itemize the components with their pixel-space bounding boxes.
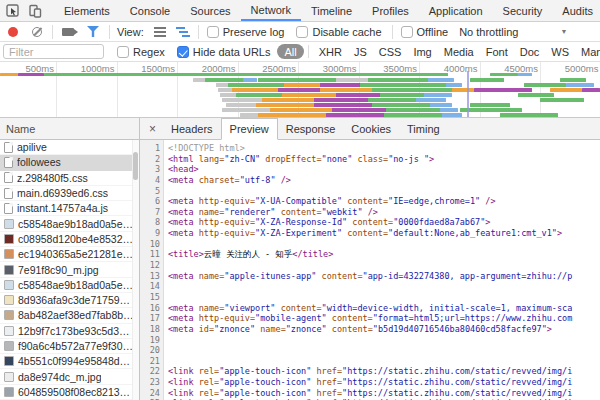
waterfall-bar (384, 113, 444, 117)
code-line: <!DOCTYPE html> (168, 143, 600, 154)
scrollbar-thumb[interactable] (133, 152, 138, 180)
request-row[interactable]: ec1940365a5e21281ee71856... (0, 247, 139, 262)
request-row[interactable]: 8ab482aef38ed7fab8bd4314... (0, 308, 139, 323)
code-line: <meta http-equiv="X-ZA-Response-Id" cont… (168, 217, 600, 228)
type-filter-xhr[interactable]: XHR (313, 45, 348, 59)
waterfall-bar (44, 73, 448, 76)
request-row[interactable]: 12b9f7c173be93c5d35fea2d... (0, 324, 139, 339)
type-filter-ws[interactable]: WS (545, 45, 575, 59)
request-row[interactable]: main.d6939ed6.css (0, 186, 139, 201)
name-column-header[interactable]: Name (0, 118, 139, 140)
request-row[interactable]: c58548ae9b18ad0a5e79fe4e... (0, 278, 139, 293)
image-thumbnail-icon (4, 249, 14, 259)
screenshot-capture-icon[interactable] (62, 28, 74, 36)
detail-tab-response[interactable]: Response (278, 118, 344, 139)
tab-application[interactable]: Application (419, 0, 493, 21)
code-line: <link rel="apple-touch-icon" href="https… (168, 366, 600, 377)
tab-security[interactable]: Security (493, 0, 553, 21)
scrollbar[interactable] (132, 140, 139, 400)
waterfall-bar (500, 113, 558, 117)
tab-profiles[interactable]: Profiles (362, 0, 419, 21)
type-filter-img[interactable]: Img (407, 45, 437, 59)
waterfall-bar (540, 98, 584, 102)
inspect-element-icon[interactable] (6, 4, 20, 18)
line-number: 12 (140, 260, 160, 271)
large-rows-view-icon[interactable] (154, 27, 166, 37)
request-name: 8d936afa9c3de7175958fae5... (18, 294, 135, 306)
filter-toggle-icon[interactable] (87, 26, 99, 37)
waterfall-bar (416, 98, 446, 102)
request-row[interactable]: 8d936afa9c3de7175958fae5... (0, 293, 139, 308)
checkbox-box[interactable] (401, 26, 413, 38)
panel-tabs: ElementsConsoleSourcesNetworkTimelinePro… (54, 0, 600, 21)
request-row[interactable]: 7e91f8c90_m.jpg (0, 262, 139, 277)
waterfall-bar (430, 103, 452, 107)
type-filter-doc[interactable]: Doc (514, 45, 546, 59)
detail-tab-headers[interactable]: Headers (163, 118, 221, 139)
request-row[interactable]: apilive (0, 140, 139, 155)
request-row[interactable]: instant.14757a4a.js (0, 201, 139, 216)
waterfall-bar (222, 108, 272, 112)
image-thumbnail-icon (4, 356, 14, 366)
request-row[interactable]: c58548ae9b18ad0a5e79fe4e... (0, 216, 139, 231)
type-filter-all[interactable]: All (277, 44, 303, 59)
request-row[interactable]: 4b551c0f994e95848d0dda09... (0, 354, 139, 369)
tab-audits[interactable]: Audits (552, 0, 600, 21)
device-toolbar-icon[interactable] (28, 4, 42, 18)
request-name: z.298480f5.css (17, 172, 88, 184)
clear-button[interactable] (32, 27, 42, 37)
checkbox-box[interactable] (177, 46, 189, 58)
waterfall-bar (474, 88, 532, 92)
preserve-log-checkbox[interactable]: Preserve log (207, 26, 285, 38)
chevron-down-icon: ▼ (560, 28, 567, 35)
checkbox-box[interactable] (296, 26, 308, 38)
type-filter-css[interactable]: CSS (373, 45, 408, 59)
type-filter-font[interactable]: Font (480, 45, 514, 59)
divider (52, 25, 53, 39)
type-filter-manifest[interactable]: Manifest (575, 45, 600, 59)
tab-network[interactable]: Network (241, 0, 301, 21)
waterfall-bar (490, 73, 518, 76)
type-filter-js[interactable]: JS (348, 45, 373, 59)
request-row[interactable]: da8e974dc_m.jpg (0, 369, 139, 384)
disable-cache-checkbox[interactable]: Disable cache (296, 26, 381, 38)
network-overview[interactable]: 500ms1000ms1500ms2000ms2500ms3000ms3500m… (0, 62, 600, 118)
close-detail-icon[interactable]: × (142, 118, 163, 139)
checkbox-box[interactable] (117, 46, 129, 58)
throttling-select[interactable]: No throttling ▼ (459, 26, 567, 38)
regex-checkbox[interactable]: Regex (117, 46, 165, 58)
waterfall-bar (368, 78, 430, 82)
filter-input[interactable] (3, 44, 104, 59)
request-row[interactable]: z.298480f5.css (0, 171, 139, 186)
request-row[interactable]: c08958d120be4e853230649... (0, 232, 139, 247)
detail-tab-cookies[interactable]: Cookies (343, 118, 399, 139)
code-line: <link rel="apple-touch-icon" href="https… (168, 377, 600, 388)
code-line: <head> (168, 164, 600, 175)
network-main: Name apilivefolloweesz.298480f5.cssmain.… (0, 118, 600, 400)
tab-timeline[interactable]: Timeline (301, 0, 362, 21)
record-button[interactable] (8, 27, 18, 37)
hide-data-urls-checkbox[interactable]: Hide data URLs (177, 46, 271, 58)
request-name: instant.14757a4a.js (17, 202, 108, 214)
detail-tab-timing[interactable]: Timing (399, 118, 448, 139)
overview-view-icon[interactable] (176, 27, 190, 37)
detail-tab-preview[interactable]: Preview (221, 118, 278, 140)
tab-elements[interactable]: Elements (54, 0, 120, 21)
tab-sources[interactable]: Sources (180, 0, 240, 21)
offline-checkbox[interactable]: Offline (401, 26, 449, 38)
waterfall-bar (222, 98, 264, 102)
request-row[interactable]: followees (0, 155, 139, 170)
tab-console[interactable]: Console (120, 0, 180, 21)
request-name: 7e91f8c90_m.jpg (18, 264, 99, 276)
waterfall-bar (582, 88, 600, 92)
checkbox-box[interactable] (207, 26, 219, 38)
request-row[interactable]: 604859508f08ec8213573f0e7... (0, 385, 139, 400)
image-thumbnail-icon (4, 387, 14, 397)
code-line: <link rel="apple-touch-icon" href="https… (168, 388, 600, 399)
code-line (168, 239, 600, 250)
request-name: 12b9f7c173be93c5d35fea2d... (18, 325, 135, 337)
waterfall-bar (446, 83, 462, 87)
request-row[interactable]: f90a6c4b572a77e9f30de153... (0, 339, 139, 354)
waterfall-bar (243, 78, 257, 82)
type-filter-media[interactable]: Media (438, 45, 480, 59)
